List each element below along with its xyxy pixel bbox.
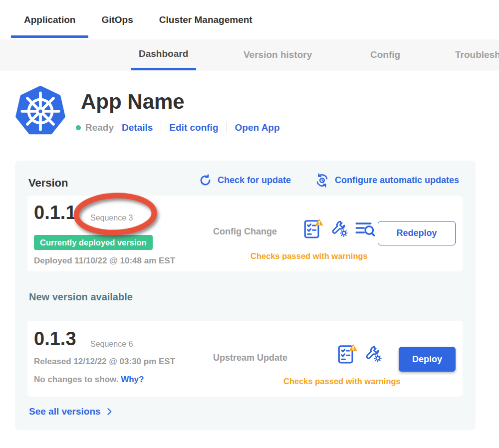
edit-config-wrench-gear-icon[interactable] — [364, 345, 382, 363]
why-link[interactable]: Why? — [121, 375, 144, 384]
subtab-dashboard-label: Dashboard — [139, 48, 188, 59]
tab-application-label: Application — [24, 14, 75, 25]
page-title: App Name — [81, 90, 185, 114]
edit-config-link[interactable]: Edit config — [169, 122, 218, 133]
new-version-number: 0.1.3 — [34, 329, 76, 349]
status-text: Ready — [85, 122, 114, 133]
ready-status-dot — [76, 125, 81, 130]
current-version-icons — [303, 218, 375, 239]
version-source-label: Upstream Update — [213, 353, 287, 363]
version-heading: Version — [28, 177, 68, 190]
see-all-versions-link[interactable]: See all versions — [29, 406, 114, 417]
kubernetes-logo-icon — [15, 86, 66, 137]
active-tab-underline — [11, 35, 88, 38]
check-for-update-label: Check for update — [218, 175, 291, 186]
tab-application[interactable]: Application — [11, 0, 88, 39]
view-files-diff-icon[interactable] — [355, 221, 375, 237]
secondary-nav: Dashboard Version history Config Trouble… — [0, 39, 499, 70]
currently-deployed-badge: Currently deployed version — [34, 235, 153, 250]
primary-nav: Application GitOps Cluster Management — [0, 0, 499, 39]
auto-update-clock-icon — [315, 173, 329, 188]
subtab-troubleshoot-label: Troubleshoot — [455, 49, 499, 60]
deployed-timestamp: Deployed 11/10/22 @ 10:48 am EST — [34, 256, 175, 266]
page: Application GitOps Cluster Management Da… — [0, 0, 499, 448]
open-app-link[interactable]: Open App — [235, 122, 280, 133]
see-all-versions-label: See all versions — [29, 406, 101, 417]
new-version-available-heading: New version available — [29, 291, 133, 303]
tab-gitops-label: GitOps — [101, 14, 133, 25]
divider — [161, 122, 161, 133]
current-checks-warning-text: Checks passed with warnings — [250, 251, 368, 261]
refresh-icon — [199, 174, 212, 187]
divider — [227, 122, 227, 133]
deploy-button[interactable]: Deploy — [399, 347, 456, 372]
redeploy-button[interactable]: Redeploy — [378, 221, 456, 245]
subtab-config[interactable]: Config — [370, 39, 400, 70]
new-version-card: 0.1.3 Sequence 6 Released 12/12/22 @ 03:… — [27, 321, 463, 397]
version-source-label: Config Change — [213, 226, 277, 237]
tab-gitops[interactable]: GitOps — [88, 0, 146, 39]
preflight-checks-warning-icon[interactable] — [337, 343, 358, 365]
released-timestamp: Released 12/12/22 @ 03:30 pm EST — [34, 357, 175, 367]
current-version-card: 0.1.1 Sequence 3 Currently deployed vers… — [27, 196, 463, 271]
details-link[interactable]: Details — [122, 122, 153, 133]
configure-automatic-updates-label: Configure automatic updates — [335, 175, 459, 186]
new-checks-warning-text: Checks passed with warnings — [283, 377, 401, 386]
subtab-config-label: Config — [370, 49, 400, 60]
preflight-checks-warning-icon[interactable] — [303, 218, 324, 239]
new-version-sequence: Sequence 6 — [90, 340, 133, 349]
subtab-version-history[interactable]: Version history — [244, 39, 312, 70]
configure-automatic-updates-button[interactable]: Configure automatic updates — [315, 173, 459, 188]
subtab-troubleshoot[interactable]: Troubleshoot — [455, 39, 499, 70]
chevron-right-icon — [104, 407, 114, 417]
subtab-dashboard[interactable]: Dashboard — [131, 39, 196, 70]
app-status-row: Ready Details Edit config Open App — [76, 121, 280, 135]
tab-cluster-management-label: Cluster Management — [159, 14, 252, 25]
tab-cluster-management[interactable]: Cluster Management — [146, 0, 265, 39]
current-version-sequence: Sequence 3 — [90, 214, 133, 223]
edit-config-wrench-gear-icon[interactable] — [330, 220, 348, 237]
new-version-icons — [337, 343, 382, 365]
version-card: Version Check for update — [15, 161, 476, 430]
check-for-update-button[interactable]: Check for update — [199, 174, 291, 187]
current-version-number: 0.1.1 — [34, 203, 76, 223]
subtab-version-history-label: Version history — [244, 49, 312, 60]
no-changes-text: No changes to show. Why? — [34, 375, 144, 385]
no-changes-label: No changes to show. — [34, 375, 118, 384]
